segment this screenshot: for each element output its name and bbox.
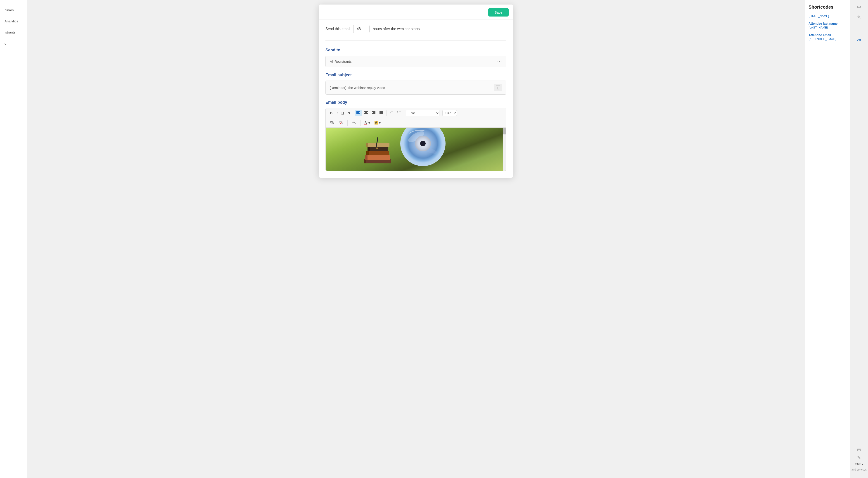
shortcodes-title: Shortcodes: [808, 4, 846, 10]
text-color-button[interactable]: A: [363, 120, 372, 126]
svg-rect-35: [365, 155, 368, 160]
align-justify-button[interactable]: [378, 110, 385, 116]
shortcode-last-name-value: {LAST_NAME}: [808, 26, 846, 29]
editor-toolbar-row2: A A: [326, 118, 506, 128]
email-editor-modal: Save Send this email hours after the web…: [319, 4, 513, 178]
email-body-section: Email body B I U S: [326, 100, 506, 171]
email-body-title: Email body: [326, 100, 506, 105]
right-panel: ✉ ✎ Ad ✉ ✎ SMS • and services: [850, 0, 868, 478]
italic-button[interactable]: I: [335, 110, 339, 116]
svg-rect-32: [364, 159, 391, 163]
sidebar-item-registrants[interactable]: istrants: [0, 27, 27, 38]
modal-body: Send this email hours after the webinar …: [319, 20, 513, 171]
email-subject-section: Email subject [Reminder] The webinar rep…: [326, 73, 506, 95]
svg-point-25: [397, 114, 398, 114]
modal-top-bar: Save: [319, 4, 513, 20]
add-link[interactable]: Ad: [857, 38, 861, 41]
send-to-title: Send to: [326, 48, 506, 53]
shortcodes-panel: Shortcodes {FIRST_NAME} Attendee last na…: [805, 0, 850, 478]
separator-2: [386, 111, 386, 116]
svg-rect-37: [366, 151, 369, 155]
separator-4: [441, 111, 441, 116]
editor-toolbar-row1: B I U S: [326, 108, 506, 118]
svg-rect-38: [368, 147, 388, 151]
separator-5: [347, 120, 348, 126]
sidebar-item-webinars[interactable]: binars: [0, 4, 27, 16]
dot-separator: •: [862, 463, 863, 466]
send-timing-row: Send this email hours after the webinar …: [326, 25, 506, 40]
shortcode-email-label: Attendee email: [808, 33, 846, 37]
mail-icon[interactable]: ✉: [857, 4, 861, 10]
sidebar-item-analytics[interactable]: Analytics: [0, 16, 27, 27]
svg-point-48: [420, 141, 426, 146]
font-select[interactable]: Font Arial Times New Roman Helvetica: [406, 110, 439, 116]
insert-image-button[interactable]: [350, 119, 358, 126]
svg-point-23: [397, 111, 398, 112]
services-text[interactable]: and services: [851, 468, 867, 471]
mail-icon-2[interactable]: ✉: [857, 447, 861, 453]
remove-link-button[interactable]: [337, 120, 345, 126]
align-left-button[interactable]: [354, 110, 362, 116]
svg-point-24: [397, 113, 398, 113]
bg-color-button[interactable]: A: [373, 120, 382, 126]
subject-value: [Reminder] The webinar replay video: [330, 86, 385, 90]
bold-button[interactable]: B: [329, 110, 334, 116]
hours-input[interactable]: [353, 25, 370, 33]
email-editor: B I U S: [326, 108, 506, 171]
strikethrough-button[interactable]: S: [346, 110, 352, 116]
send-prefix-label: Send this email: [326, 27, 350, 31]
svg-rect-39: [368, 147, 370, 151]
svg-rect-36: [366, 151, 389, 155]
underline-button[interactable]: U: [340, 110, 346, 116]
svg-text:{}: {}: [497, 86, 498, 89]
shortcode-first-name-value: {FIRST_NAME}: [808, 14, 846, 18]
save-button[interactable]: Save: [488, 8, 508, 17]
shortcode-attendee-email[interactable]: Attendee email {ATTENDEE_EMAIL}: [808, 33, 846, 41]
svg-rect-40: [366, 143, 390, 147]
subject-box: [Reminder] The webinar replay video {}: [326, 81, 506, 95]
sms-label: SMS: [855, 462, 861, 466]
send-to-options-button[interactable]: ···: [497, 59, 502, 64]
subject-shortcode-icon[interactable]: {}: [494, 84, 502, 91]
shortcode-last-name-label: Attendee last name: [808, 22, 846, 25]
send-to-box: All Registrants ···: [326, 56, 506, 67]
send-to-value: All Registrants: [330, 60, 352, 63]
send-to-section: Send to All Registrants ···: [326, 48, 506, 67]
shortcode-email-value: {ATTENDEE_EMAIL}: [808, 37, 846, 41]
editor-content-area[interactable]: [326, 128, 506, 171]
edit-icon[interactable]: ✎: [857, 14, 861, 20]
align-center-button[interactable]: [362, 110, 370, 116]
svg-rect-34: [365, 155, 390, 160]
insert-link-button[interactable]: [329, 120, 336, 126]
email-subject-title: Email subject: [326, 73, 506, 78]
ordered-list-button[interactable]: 1.: [388, 110, 395, 116]
sidebar-item-other[interactable]: g: [0, 38, 27, 49]
send-suffix-label: hours after the webinar starts: [373, 27, 420, 31]
svg-rect-1: [497, 89, 499, 89]
size-select[interactable]: Size 8 10 12 14 16 18 24 36: [442, 110, 457, 116]
separator-6: [360, 120, 361, 126]
separator-3: [404, 111, 404, 116]
shortcode-first-name[interactable]: {FIRST_NAME}: [808, 14, 846, 18]
svg-rect-30: [352, 121, 356, 124]
edit-icon-2[interactable]: ✎: [857, 455, 861, 460]
unordered-list-button[interactable]: [396, 110, 403, 116]
svg-text:1.: 1.: [390, 112, 392, 114]
shortcode-last-name[interactable]: Attendee last name {LAST_NAME}: [808, 22, 846, 29]
svg-rect-41: [366, 143, 368, 147]
svg-rect-33: [364, 159, 366, 163]
align-right-button[interactable]: [370, 110, 377, 116]
